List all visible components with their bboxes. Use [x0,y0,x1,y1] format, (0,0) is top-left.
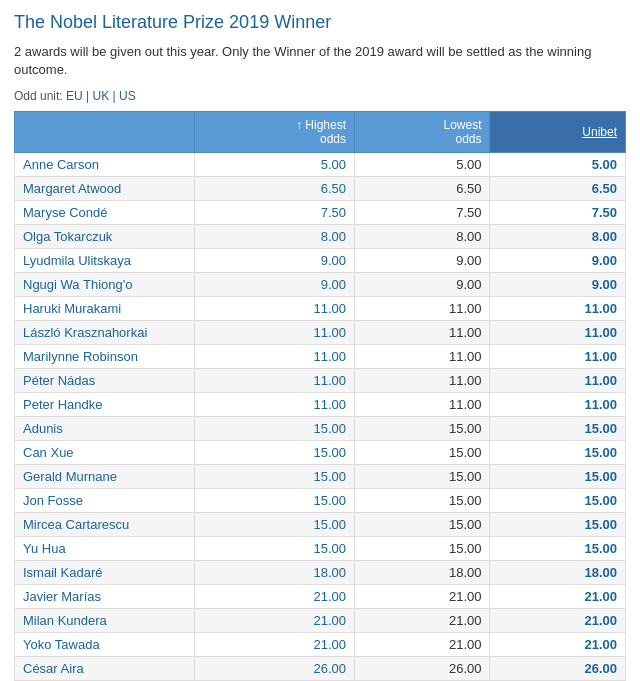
highest-odds: 15.00 [195,537,355,561]
lowest-odds: 11.00 [355,369,490,393]
table-row: Maryse Condé7.507.507.50 [15,201,626,225]
table-row: Lyudmila Ulitskaya9.009.009.00 [15,249,626,273]
lowest-odds: 15.00 [355,489,490,513]
candidate-name[interactable]: César Aira [15,657,195,681]
candidate-name[interactable]: Mircea Cartarescu [15,513,195,537]
candidate-name[interactable]: Jon Fosse [15,489,195,513]
unibet-odds[interactable]: 15.00 [490,489,626,513]
unibet-odds[interactable]: 11.00 [490,345,626,369]
candidate-name[interactable]: Péter Nádas [15,369,195,393]
highest-odds: 11.00 [195,393,355,417]
candidate-name[interactable]: Anne Carson [15,153,195,177]
highest-odds: 15.00 [195,441,355,465]
lowest-odds: 15.00 [355,537,490,561]
unibet-odds[interactable]: 15.00 [490,537,626,561]
unibet-odds[interactable]: 11.00 [490,321,626,345]
table-row: Peter Handke11.0011.0011.00 [15,393,626,417]
unibet-odds[interactable]: 11.00 [490,369,626,393]
lowest-odds: 11.00 [355,321,490,345]
unibet-odds[interactable]: 18.00 [490,561,626,585]
table-row: Javier Marías21.0021.0021.00 [15,585,626,609]
unibet-odds[interactable]: 7.50 [490,201,626,225]
candidate-name[interactable]: Can Xue [15,441,195,465]
unibet-odds[interactable]: 15.00 [490,441,626,465]
odd-unit-us[interactable]: US [119,89,136,103]
column-header-unibet[interactable]: Unibet [490,112,626,153]
unibet-odds[interactable]: 15.00 [490,465,626,489]
highest-odds: 11.00 [195,369,355,393]
table-row: Yoko Tawada21.0021.0021.00 [15,633,626,657]
unibet-odds[interactable]: 21.00 [490,633,626,657]
odd-unit-label: Odd unit: [14,89,63,103]
highest-odds: 8.00 [195,225,355,249]
highest-odds: 26.00 [195,657,355,681]
lowest-odds: 11.00 [355,345,490,369]
odd-unit-uk[interactable]: UK [93,89,110,103]
candidate-name[interactable]: Ismail Kadaré [15,561,195,585]
unibet-odds[interactable]: 9.00 [490,273,626,297]
highest-odds: 11.00 [195,321,355,345]
unibet-odds[interactable]: 9.00 [490,249,626,273]
candidate-name[interactable]: Olga Tokarczuk [15,225,195,249]
lowest-odds: 26.00 [355,657,490,681]
unibet-odds[interactable]: 5.00 [490,153,626,177]
candidate-name[interactable]: Maryse Condé [15,201,195,225]
highest-odds: 15.00 [195,465,355,489]
lowest-odds: 15.00 [355,465,490,489]
candidate-name[interactable]: Margaret Atwood [15,177,195,201]
table-row: Mircea Cartarescu15.0015.0015.00 [15,513,626,537]
column-header-name [15,112,195,153]
lowest-odds: 11.00 [355,393,490,417]
highest-odds: 15.00 [195,513,355,537]
candidate-name[interactable]: Javier Marías [15,585,195,609]
table-row: Can Xue15.0015.0015.00 [15,441,626,465]
table-header-row: ↑ Highestodds Lowestodds Unibet [15,112,626,153]
candidate-name[interactable]: Milan Kundera [15,609,195,633]
lowest-odds: 5.00 [355,153,490,177]
odd-unit-eu[interactable]: EU [66,89,83,103]
candidate-name[interactable]: Gerald Murnane [15,465,195,489]
candidate-name[interactable]: László Krasznahorkai [15,321,195,345]
unibet-odds[interactable]: 26.00 [490,657,626,681]
table-row: Adunis15.0015.0015.00 [15,417,626,441]
table-row: Ngugi Wa Thiong'o9.009.009.00 [15,273,626,297]
candidate-name[interactable]: Yu Hua [15,537,195,561]
unibet-odds[interactable]: 11.00 [490,393,626,417]
highest-odds: 21.00 [195,585,355,609]
odds-table: ↑ Highestodds Lowestodds Unibet Anne Car… [14,111,626,681]
highest-odds: 9.00 [195,249,355,273]
candidate-name[interactable]: Adunis [15,417,195,441]
table-row: László Krasznahorkai11.0011.0011.00 [15,321,626,345]
column-header-lowest: Lowestodds [355,112,490,153]
candidate-name[interactable]: Yoko Tawada [15,633,195,657]
table-row: Margaret Atwood6.506.506.50 [15,177,626,201]
unibet-odds[interactable]: 21.00 [490,609,626,633]
lowest-odds: 21.00 [355,633,490,657]
candidate-name[interactable]: Ngugi Wa Thiong'o [15,273,195,297]
highest-odds: 11.00 [195,297,355,321]
highest-odds: 11.00 [195,345,355,369]
candidate-name[interactable]: Marilynne Robinson [15,345,195,369]
page-title: The Nobel Literature Prize 2019 Winner [14,12,626,33]
unibet-odds[interactable]: 21.00 [490,585,626,609]
highest-odds: 15.00 [195,417,355,441]
unibet-odds[interactable]: 6.50 [490,177,626,201]
highest-odds: 9.00 [195,273,355,297]
table-row: Jon Fosse15.0015.0015.00 [15,489,626,513]
highest-odds: 18.00 [195,561,355,585]
column-header-highest[interactable]: ↑ Highestodds [195,112,355,153]
unibet-odds[interactable]: 11.00 [490,297,626,321]
table-row: Milan Kundera21.0021.0021.00 [15,609,626,633]
unibet-odds[interactable]: 15.00 [490,513,626,537]
unibet-odds[interactable]: 15.00 [490,417,626,441]
table-row: Haruki Murakami11.0011.0011.00 [15,297,626,321]
lowest-odds: 15.00 [355,417,490,441]
lowest-odds: 7.50 [355,201,490,225]
candidate-name[interactable]: Peter Handke [15,393,195,417]
unibet-odds[interactable]: 8.00 [490,225,626,249]
table-row: Olga Tokarczuk8.008.008.00 [15,225,626,249]
table-row: Péter Nádas11.0011.0011.00 [15,369,626,393]
lowest-odds: 9.00 [355,249,490,273]
candidate-name[interactable]: Haruki Murakami [15,297,195,321]
candidate-name[interactable]: Lyudmila Ulitskaya [15,249,195,273]
